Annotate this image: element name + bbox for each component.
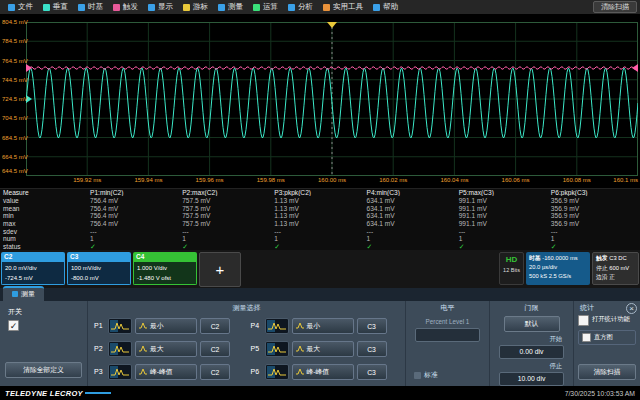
y-axis-label: 644.5 mV [2,168,28,174]
clear-all-definitions-button[interactable]: 清除全部定义 [5,362,82,378]
menu-item-file[interactable]: 文件 [3,0,38,14]
level-heading: 电平 [406,301,489,314]
table-cell: 757.5 mV [179,197,271,204]
measure-waveform-icon[interactable] [108,364,132,380]
tab-measure-label: 测量 [21,289,35,299]
trigger-type: 边沿 [596,274,608,280]
histogram-label: 直方图 [594,333,613,342]
table-cell: 356.9 mV [548,197,640,204]
table-cell: --- [87,228,179,235]
close-dialog-button[interactable]: × [626,303,637,314]
measurement-source-button[interactable]: C2 [200,364,230,380]
timebase-samples: 500 kS [529,273,547,279]
table-cell: 1 [271,235,363,242]
menu-item-timebase[interactable]: 时基 [73,0,108,14]
gate-stop-label: 停止 [490,362,573,371]
measure-type-icon [296,322,304,330]
x-axis-label: 160.1 ms [613,177,638,183]
table-cell: 634.1 mV [364,205,456,212]
measurement-source-button[interactable]: C2 [200,341,230,357]
measurement-type-button[interactable]: 最小 [135,318,197,334]
measure-waveform-icon[interactable] [265,341,289,357]
timebase-icon [78,4,85,11]
gate-start-label: 开始 [490,335,573,344]
percent-level-input[interactable] [415,328,480,342]
measurement-type-label: 最小 [307,321,321,331]
menu-item-label: 游标 [193,2,208,12]
table-cell: 756.4 mV [87,205,179,212]
menu-item-utilities[interactable]: 实用工具 [318,0,368,14]
table-cell: 757.5 mV [179,205,271,212]
measurement-source-button[interactable]: C3 [357,364,387,380]
menu-item-cursors[interactable]: 游标 [178,0,213,14]
measurement-type-label: 最小 [150,321,164,331]
table-cell: 757.5 mV [179,212,271,219]
level-section: 电平 Percent Level 1 标准 [406,301,490,386]
measure-waveform-icon[interactable] [265,318,289,334]
trigger-descriptor[interactable]: 触发 C3 DC 停止 600 mV 边沿 正 [592,252,639,285]
dialog-clear-sweeps-button[interactable]: 清除扫描 [578,364,636,380]
tab-measure[interactable]: 测量 [3,286,44,301]
measure-waveform-icon[interactable] [265,364,289,380]
channel-c4-scale: 1.000 V/div [137,263,193,273]
waveform-plot [26,22,638,176]
table-row: min756.4 mV757.5 mV1.13 mV634.1 mV991.1 … [0,212,640,220]
switch-checkbox[interactable]: ✓ [8,320,19,331]
add-channel-button[interactable]: + [199,252,241,287]
table-cell: 1.13 mV [271,205,363,212]
table-cell: --- [364,228,456,235]
table-cell: 1.13 mV [271,197,363,204]
menu-item-display[interactable]: 显示 [143,0,178,14]
gate-stop-input[interactable]: 10.00 div [499,372,564,386]
histogram-checkbox[interactable] [582,333,591,342]
clear-sweeps-button[interactable]: 清除扫描 [593,1,637,13]
menu-item-vertical[interactable]: 垂直 [38,0,73,14]
table-header-row: MeasureP1:min(C2)P2:max(C2)P3:pkpk(C2)P4… [0,189,640,197]
measurement-source-button[interactable]: C3 [357,341,387,357]
measurement-type-button[interactable]: 最大 [292,341,354,357]
meas-col-2: P4最小C3P5最大C3P6峰-峰值C3 [247,314,404,383]
measurement-source-button[interactable]: C3 [357,318,387,334]
measure-waveform-icon[interactable] [108,341,132,357]
y-axis-label: 724.5 mV [2,96,28,102]
measurement-type-button[interactable]: 最小 [292,318,354,334]
menu-item-label: 测量 [228,2,243,12]
channel-c2-descriptor[interactable]: C2 20.0 mV/div -724.5 mV [1,252,65,285]
table-cell: --- [456,228,548,235]
standard-mode-label: 标准 [424,370,438,380]
measurement-type-button[interactable]: 最大 [135,341,197,357]
menu-item-label: 帮助 [383,2,398,12]
measurement-row-p3: P3峰-峰值C2 [90,360,247,383]
x-axis-label: 159.98 ms [257,177,285,183]
timebase-scale: 20.0 µs/div [529,263,587,272]
x-axis-label: 159.92 ms [73,177,101,183]
table-cell: 1.13 mV [271,212,363,219]
menu-item-help[interactable]: 帮助 [368,0,403,14]
x-axis-label: 160.02 ms [379,177,407,183]
scope-display[interactable]: 804.5 mV784.5 mV764.5 mV744.5 mV724.5 mV… [0,14,640,188]
timebase-descriptor[interactable]: 时基 -160.0000 ms 20.0 µs/div 500 kS 2.5 G… [526,252,590,285]
measure-grid: P1最小C2P2最大C2P3峰-峰值C2 P4最小C3P5最大C3P6峰-峰值C… [88,314,405,383]
gate-default-button[interactable]: 默认 [504,316,560,332]
channel-c4-descriptor[interactable]: C4 1.000 V/div -1.480 V ofst [133,252,197,285]
trigger-mode: 停止 [596,265,608,271]
x-axis-label: 159.96 ms [196,177,224,183]
measurement-type-button[interactable]: 峰-峰值 [135,364,197,380]
menu-item-math[interactable]: 运算 [248,0,283,14]
gate-heading: 门限 [490,301,573,314]
table-cell: 1 [87,235,179,242]
x-axis-label: 160.06 ms [502,177,530,183]
measurement-type-button[interactable]: 峰-峰值 [292,364,354,380]
menu-item-trigger[interactable]: 触发 [108,0,143,14]
menu-item-measure[interactable]: 测量 [213,0,248,14]
measure-waveform-icon[interactable] [108,318,132,334]
stats-enable-checkbox[interactable] [578,315,589,326]
channel-c3-descriptor[interactable]: C3 100 mV/div -800.0 mV [67,252,131,285]
measurement-source-button[interactable]: C2 [200,318,230,334]
menu-item-analysis[interactable]: 分析 [283,0,318,14]
gate-start-input[interactable]: 0.00 div [499,345,564,359]
measurement-id: P5 [251,345,262,352]
measurement-row-p6: P6峰-峰值C3 [247,360,404,383]
row-label: max [0,220,87,227]
table-cell: 1 [548,235,640,242]
